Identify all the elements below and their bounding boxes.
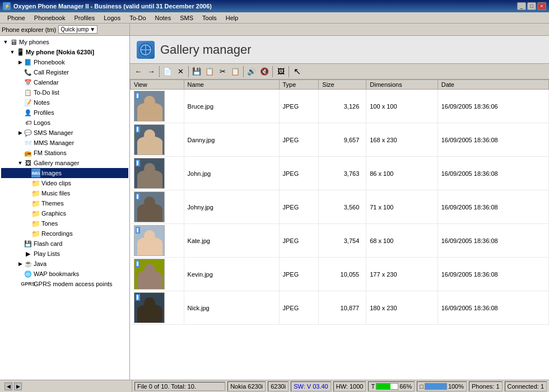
music-folder-icon: 📁 [31,189,40,198]
status-sw: SW: V 03.40 [291,381,331,391]
status-hw: HW: 1000 [333,381,366,391]
table-row[interactable]: Kevin.jpg JPEG 10,055 177 x 230 16/09/20… [131,258,549,291]
app-icon: ⚡ [3,2,11,10]
file-type: JPEG [279,291,319,325]
menu-help[interactable]: Help [221,13,243,22]
tree-wap[interactable]: 🌐 WAP bookmarks [1,269,128,279]
status-battery: □ 100% [417,381,467,391]
tree-notes[interactable]: 📝 Notes [1,97,128,108]
tree-gprs[interactable]: GPRS GPRS modem access points [1,279,128,289]
tree-label-gprs: GPRS modem access points [34,281,113,287]
close-button[interactable]: × [537,2,546,10]
expand-icon[interactable]: ▼ [2,39,9,45]
tree-call-register[interactable]: 📞 Call Register [1,67,128,77]
tree-my-phones[interactable]: ▼ 🖥 My phones [1,37,128,47]
file-size: 10,877 [319,291,366,325]
status-file-info: File 0 of 10. Total: 10. [134,382,225,391]
menu-phone[interactable]: Phone [3,13,30,22]
view-button[interactable]: 🖼 [274,66,287,78]
tree-fm[interactable]: 📻 FM Stations [1,148,128,158]
separator-5 [289,66,289,77]
expand-icon[interactable]: ▼ [9,49,16,55]
menu-phonebook[interactable]: Phonebook [30,13,70,22]
cursor-button[interactable]: ↖ [291,66,303,78]
table-row[interactable]: Nick.jpg JPEG 10,877 180 x 230 16/09/200… [131,291,549,325]
menu-logos[interactable]: Logos [99,13,125,22]
file-date: 16/09/2005 18:36:08 [438,224,548,258]
back-button[interactable]: ← [132,66,145,78]
file-date: 16/09/2005 18:36:06 [438,90,548,123]
sound-off-button[interactable]: 🔇 [258,66,271,78]
tree-video[interactable]: 📁 Video clips [1,178,128,188]
battery-label: □ [420,383,424,390]
col-header-size: Size [319,80,366,90]
battery-bar [425,383,447,390]
fm-icon: 📻 [24,148,32,157]
table-row[interactable]: Kate.jpg JPEG 3,754 68 x 100 16/09/2005 … [131,224,549,258]
tree-label-phonebook: Phonebook [34,59,65,66]
col-header-type: Type [279,80,319,90]
tree-label-graphics: Graphics [41,210,66,217]
table-row[interactable]: John.jpg JPEG 3,763 86 x 100 16/09/2005 … [131,157,549,190]
video-folder-icon: 📁 [31,179,40,188]
file-type: JPEG [279,90,319,123]
delete-button[interactable]: ✕ [174,66,187,78]
table-row[interactable]: Bruce.jpg JPEG 3,126 100 x 100 16/09/200… [131,90,549,123]
tree-label-video: Video clips [41,180,71,186]
tree-mms[interactable]: 📨 MMS Manager [1,138,128,148]
gallery-toolbar: ← → 📄 ✕ 💾 📋 ✂ 📋 🔊 🔇 🖼 ↖ [130,64,549,80]
tree-profiles[interactable]: 👤 Profiles [1,108,128,118]
tree-themes[interactable]: 📁 Themes [1,198,128,208]
tree-playlists[interactable]: ▶ Play Lists [1,249,128,259]
cut-button[interactable]: ✂ [216,66,229,78]
battery-pct: 100% [448,383,464,390]
signal-label: T [371,383,375,390]
tones-folder-icon: 📁 [31,219,40,228]
maximize-button[interactable]: □ [527,2,536,10]
tree-images[interactable]: IMG Images [1,168,128,178]
tree-label-gallery: Gallery manager [34,160,79,166]
menu-todo[interactable]: To-Do [125,13,150,22]
tree-graphics[interactable]: 📁 Graphics [1,208,128,218]
tree-java[interactable]: ▶ ☕ Java [1,259,128,269]
file-type: JPEG [279,157,319,190]
table-row[interactable]: Danny.jpg JPEG 9,657 168 x 230 16/09/200… [131,123,549,157]
todo-icon: 📋 [24,88,32,97]
window-controls[interactable]: _ □ × [517,2,546,10]
file-type: JPEG [279,258,319,291]
minimize-button[interactable]: _ [517,2,526,10]
sms-icon: 💬 [24,128,32,137]
tree-flashcard[interactable]: 💾 Flash card [1,239,128,249]
tree-label-notes: Notes [34,99,50,106]
save-button[interactable]: 💾 [190,66,203,78]
status-model2: 6230i [268,381,289,391]
menu-notes[interactable]: Notes [151,13,176,22]
forward-button[interactable]: → [145,66,157,78]
tree-logos[interactable]: 🏷 Logos [1,118,128,128]
tree-calendar[interactable]: 📅 Calendar [1,77,128,87]
tree-tones[interactable]: 📁 Tones [1,218,128,228]
menu-profiles[interactable]: Profiles [69,13,99,22]
tree-my-phone[interactable]: ▼ 📱 My phone [Nokia 6230i] [1,47,128,57]
next-button[interactable]: ▶ [14,382,22,390]
file-size: 10,055 [319,258,366,291]
prev-button[interactable]: ◀ [4,382,12,390]
tree-gallery[interactable]: ▼ 🖼 Gallery manager [1,158,128,168]
new-button[interactable]: 📄 [161,66,174,78]
menu-tools[interactable]: Tools [198,13,221,22]
table-row[interactable]: Johny.jpg JPEG 3,560 71 x 100 16/09/2005… [131,190,549,224]
status-phones: Phones: 1 [469,381,503,391]
gallery-title: Gallery manager [160,43,252,57]
paste-button[interactable]: 📋 [229,66,241,78]
tree-recordings[interactable]: 📁 Recordings [1,228,128,239]
menu-sms[interactable]: SMS [175,13,198,22]
sound-on-button[interactable]: 🔊 [245,66,258,78]
tree-todo[interactable]: 📋 To-Do list [1,87,128,97]
tree-phonebook[interactable]: ▶ 📘 Phonebook [1,57,128,67]
flashcard-icon: 💾 [24,239,32,248]
quick-jump-button[interactable]: Quick jump ▼ [58,25,97,34]
signal-fill [376,384,390,389]
tree-sms[interactable]: ▶ 💬 SMS Manager [1,128,128,138]
copy-button[interactable]: 📋 [203,66,216,78]
tree-music[interactable]: 📁 Music files [1,188,128,198]
